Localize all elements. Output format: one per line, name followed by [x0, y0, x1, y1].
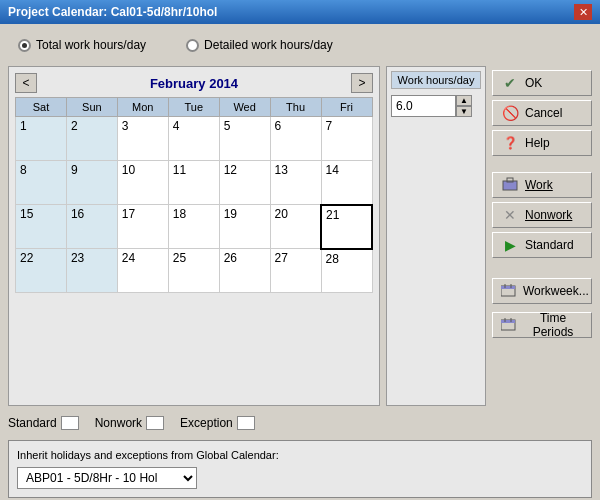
header-fri: Fri — [321, 98, 372, 117]
calendar-day[interactable]: 6 — [270, 117, 321, 161]
work-icon — [501, 176, 519, 194]
content-area: < February 2014 > Sat Sun Mon Tue Wed Th… — [8, 66, 592, 406]
work-button[interactable]: Work — [492, 172, 592, 198]
standard-icon: ▶ — [501, 236, 519, 254]
timeperiods-label: Time Periods — [523, 311, 583, 339]
total-work-hours-radio[interactable] — [18, 39, 31, 52]
next-month-button[interactable]: > — [351, 73, 373, 93]
calendar-day[interactable]: 2 — [66, 117, 117, 161]
calendar-grid: Sat Sun Mon Tue Wed Thu Fri 123456789101… — [15, 97, 373, 293]
ok-icon: ✔ — [501, 74, 519, 92]
detailed-work-hours-option[interactable]: Detailed work hours/day — [186, 38, 333, 52]
hours-spin-up[interactable]: ▲ — [456, 95, 472, 106]
cancel-icon: 🚫 — [501, 104, 519, 122]
calendar-day[interactable]: 10 — [117, 161, 168, 205]
help-button[interactable]: ❓ Help — [492, 130, 592, 156]
calendar-day[interactable]: 23 — [66, 249, 117, 293]
bottom-section: Standard Nonwork Exception Inherit holid… — [8, 414, 592, 498]
calendar-day[interactable]: 13 — [270, 161, 321, 205]
calendar-day[interactable]: 11 — [168, 161, 219, 205]
calendar-day[interactable]: 28 — [321, 249, 372, 293]
calendar-week-row: 1234567 — [16, 117, 373, 161]
legend-exception-box — [237, 416, 255, 430]
calendar-day[interactable]: 21 — [321, 205, 372, 249]
detailed-work-hours-label: Detailed work hours/day — [204, 38, 333, 52]
hours-spin-down[interactable]: ▼ — [456, 106, 472, 117]
hours-input[interactable] — [391, 95, 456, 117]
inherit-section: Inherit holidays and exceptions from Glo… — [8, 440, 592, 498]
calendar-day[interactable]: 9 — [66, 161, 117, 205]
workweek-label: Workweek... — [523, 284, 589, 298]
hours-label: Work hours/day — [391, 71, 481, 89]
legend-nonwork-box — [146, 416, 164, 430]
radio-bar: Total work hours/day Detailed work hours… — [8, 32, 592, 58]
nonwork-label: Nonwork — [525, 208, 572, 222]
legend-row: Standard Nonwork Exception — [8, 414, 592, 432]
nonwork-icon: ✕ — [501, 206, 519, 224]
svg-rect-3 — [501, 286, 515, 289]
header-thu: Thu — [270, 98, 321, 117]
calendar-day[interactable]: 20 — [270, 205, 321, 249]
calendar-day[interactable]: 14 — [321, 161, 372, 205]
standard-label: Standard — [525, 238, 574, 252]
title-bar: Project Calendar: Cal01-5d/8hr/10hol ✕ — [0, 0, 600, 24]
title-bar-text: Project Calendar: Cal01-5d/8hr/10hol — [8, 5, 217, 19]
calendar-day[interactable]: 3 — [117, 117, 168, 161]
calendar-day[interactable]: 25 — [168, 249, 219, 293]
legend-standard-box — [61, 416, 79, 430]
legend-exception: Exception — [180, 416, 255, 430]
calendar-section: < February 2014 > Sat Sun Mon Tue Wed Th… — [8, 66, 380, 406]
calendar-day[interactable]: 1 — [16, 117, 67, 161]
calendar-day[interactable]: 7 — [321, 117, 372, 161]
month-label: February 2014 — [150, 76, 238, 91]
ok-label: OK — [525, 76, 542, 90]
calendar-nav: < February 2014 > — [15, 73, 373, 93]
calendar-day[interactable]: 24 — [117, 249, 168, 293]
calendar-week-row: 15161718192021 — [16, 205, 373, 249]
cancel-button[interactable]: 🚫 Cancel — [492, 100, 592, 126]
nonwork-button[interactable]: ✕ Nonwork — [492, 202, 592, 228]
calendar-day[interactable]: 19 — [219, 205, 270, 249]
calendar-day[interactable]: 16 — [66, 205, 117, 249]
calendar-day[interactable]: 4 — [168, 117, 219, 161]
legend-nonwork-label: Nonwork — [95, 416, 142, 430]
ok-button[interactable]: ✔ OK — [492, 70, 592, 96]
calendar-day[interactable]: 27 — [270, 249, 321, 293]
calendar-day[interactable]: 5 — [219, 117, 270, 161]
hours-input-row: ▲ ▼ — [391, 95, 481, 117]
legend-exception-label: Exception — [180, 416, 233, 430]
legend-nonwork: Nonwork — [95, 416, 164, 430]
header-wed: Wed — [219, 98, 270, 117]
total-work-hours-option[interactable]: Total work hours/day — [18, 38, 146, 52]
header-tue: Tue — [168, 98, 219, 117]
work-label: Work — [525, 178, 553, 192]
main-window: Total work hours/day Detailed work hours… — [0, 24, 600, 500]
total-work-hours-label: Total work hours/day — [36, 38, 146, 52]
calendar-day[interactable]: 12 — [219, 161, 270, 205]
calendar-week-row: 891011121314 — [16, 161, 373, 205]
help-icon: ❓ — [501, 134, 519, 152]
calendar-day[interactable]: 22 — [16, 249, 67, 293]
calendar-day[interactable]: 17 — [117, 205, 168, 249]
legend-standard-label: Standard — [8, 416, 57, 430]
close-button[interactable]: ✕ — [574, 4, 592, 20]
header-sun: Sun — [66, 98, 117, 117]
calendar-week-row: 22232425262728 — [16, 249, 373, 293]
workweek-button[interactable]: Workweek... — [492, 278, 592, 304]
prev-month-button[interactable]: < — [15, 73, 37, 93]
inherit-select[interactable]: ABP01 - 5D/8Hr - 10 Hol — [17, 467, 197, 489]
calendar-day[interactable]: 26 — [219, 249, 270, 293]
hours-spinner: ▲ ▼ — [456, 95, 472, 117]
detailed-work-hours-radio[interactable] — [186, 39, 199, 52]
hours-section: Work hours/day ▲ ▼ — [386, 66, 486, 406]
timeperiods-button[interactable]: Time Periods — [492, 312, 592, 338]
help-label: Help — [525, 136, 550, 150]
inherit-select-row: ABP01 - 5D/8Hr - 10 Hol — [17, 467, 583, 489]
standard-button[interactable]: ▶ Standard — [492, 232, 592, 258]
calendar-day[interactable]: 18 — [168, 205, 219, 249]
svg-rect-7 — [501, 320, 515, 323]
inherit-label: Inherit holidays and exceptions from Glo… — [17, 449, 583, 461]
calendar-day[interactable]: 15 — [16, 205, 67, 249]
calendar-day[interactable]: 8 — [16, 161, 67, 205]
legend-standard: Standard — [8, 416, 79, 430]
